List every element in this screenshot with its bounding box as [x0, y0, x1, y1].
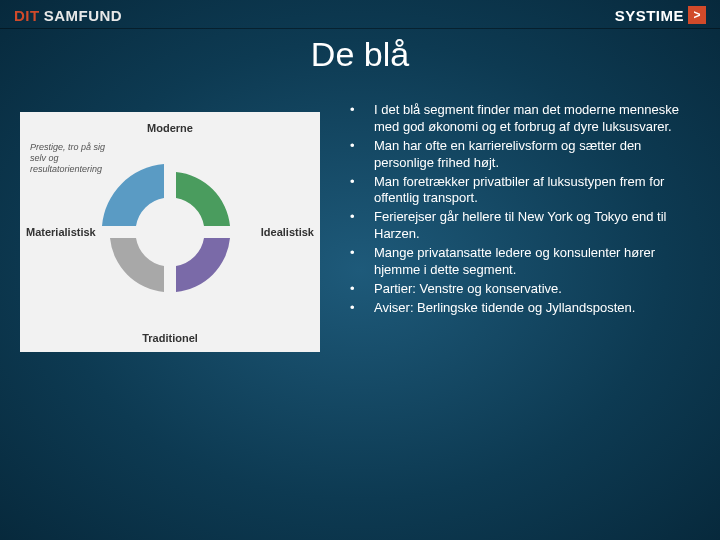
- bullet-icon: •: [346, 300, 374, 317]
- list-item: •Mange privatansatte ledere og konsulent…: [346, 245, 700, 279]
- list-item: •Partier: Venstre og konservative.: [346, 281, 700, 298]
- bullet-icon: •: [346, 209, 374, 243]
- axis-label-right: Idealistisk: [261, 226, 314, 238]
- bullet-icon: •: [346, 245, 374, 279]
- segment-wheel-icon: [95, 157, 245, 307]
- slide-title: De blå: [0, 35, 720, 74]
- bullet-column: •I det blå segment finder man det modern…: [346, 102, 700, 362]
- list-item: •Man foretrækker privatbiler af luksusty…: [346, 174, 700, 208]
- chevron-right-icon: >: [688, 6, 706, 24]
- brand-left-part2: SAMFUND: [44, 7, 123, 24]
- bullet-icon: •: [346, 281, 374, 298]
- list-item: •Aviser: Berlingske tidende og Jyllandsp…: [346, 300, 700, 317]
- bullet-icon: •: [346, 138, 374, 172]
- segment-diagram: Moderne Traditionel Materialistisk Ideal…: [20, 112, 320, 352]
- bullet-text: Ferierejser går hellere til New York og …: [374, 209, 700, 243]
- bullet-text: I det blå segment finder man det moderne…: [374, 102, 700, 136]
- list-item: •I det blå segment finder man det modern…: [346, 102, 700, 136]
- bullet-text: Partier: Venstre og konservative.: [374, 281, 700, 298]
- bullet-text: Man har ofte en karrierelivsform og sætt…: [374, 138, 700, 172]
- axis-label-top: Moderne: [147, 122, 193, 134]
- brand-left: DIT SAMFUND: [14, 7, 122, 24]
- list-item: •Man har ofte en karrierelivsform og sæt…: [346, 138, 700, 172]
- diagram-column: Moderne Traditionel Materialistisk Ideal…: [10, 102, 330, 362]
- bullet-text: Mange privatansatte ledere og konsulente…: [374, 245, 700, 279]
- brand-right-text: SYSTIME: [615, 7, 684, 24]
- bullet-list: •I det blå segment finder man det modern…: [346, 102, 700, 317]
- bullet-text: Man foretrækker privatbiler af luksustyp…: [374, 174, 700, 208]
- list-item: •Ferierejser går hellere til New York og…: [346, 209, 700, 243]
- bullet-icon: •: [346, 102, 374, 136]
- axis-label-left: Materialistisk: [26, 226, 96, 238]
- brand-right: SYSTIME >: [615, 6, 706, 24]
- content-row: Moderne Traditionel Materialistisk Ideal…: [0, 74, 720, 362]
- brand-left-part1: DIT: [14, 7, 40, 24]
- axis-label-bottom: Traditionel: [142, 332, 198, 344]
- bullet-text: Aviser: Berlingske tidende og Jyllandspo…: [374, 300, 700, 317]
- bullet-icon: •: [346, 174, 374, 208]
- header-bar: DIT SAMFUND SYSTIME >: [0, 0, 720, 29]
